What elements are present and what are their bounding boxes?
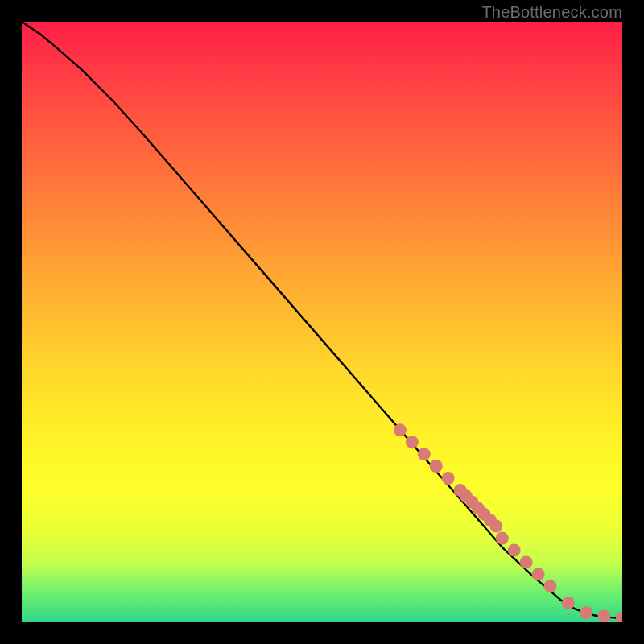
data-marker [489, 520, 502, 533]
data-marker [477, 508, 490, 521]
data-marker [616, 612, 622, 622]
data-marker [418, 448, 431, 460]
data-marker [472, 502, 485, 514]
data-marker [460, 489, 473, 502]
curve-line [22, 22, 622, 618]
data-marker [454, 484, 467, 497]
data-marker [598, 610, 611, 623]
chart-frame: TheBottleneck.com [0, 0, 644, 644]
data-marker [466, 496, 479, 509]
data-marker [496, 532, 509, 545]
data-marker [508, 544, 521, 557]
data-marker [520, 555, 533, 568]
data-marker [394, 423, 407, 436]
data-marker [442, 472, 455, 485]
attribution-text: TheBottleneck.com [481, 3, 622, 22]
data-marker [562, 597, 575, 609]
data-marker [406, 436, 419, 448]
data-marker [484, 514, 497, 526]
marker-group [394, 423, 622, 622]
data-marker [532, 568, 545, 580]
data-marker [580, 606, 592, 619]
data-marker [544, 580, 557, 592]
plot-area [22, 22, 622, 622]
data-marker [430, 460, 443, 473]
curve-overlay [22, 22, 622, 622]
